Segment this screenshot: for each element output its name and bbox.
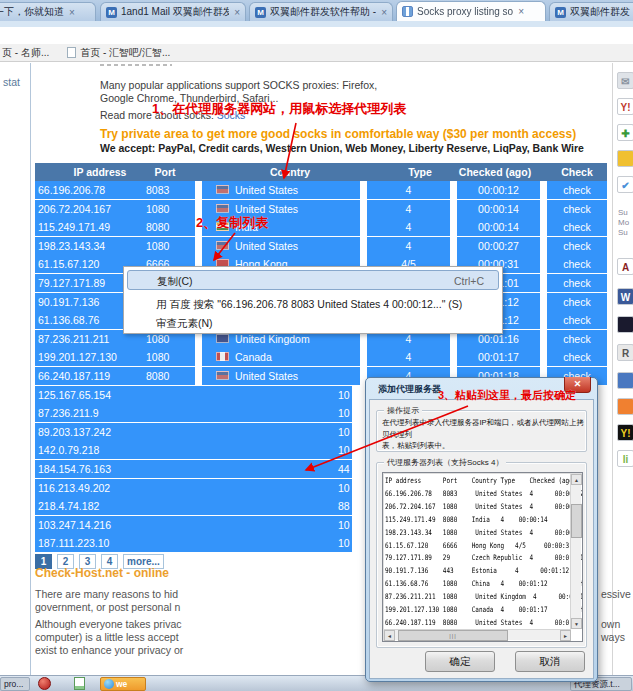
tab-1[interactable]: 一下，你就知道× [0, 2, 96, 21]
tab-close-icon[interactable]: × [518, 6, 524, 17]
menu-item-2[interactable]: 用 百度 搜索 "66.196.206.78 8083 United State… [127, 294, 499, 314]
check-link[interactable]: check [563, 203, 590, 215]
blue-icon[interactable] [617, 372, 633, 389]
tab-close-icon[interactable]: × [234, 7, 240, 18]
taskbar-we-label: we [116, 679, 127, 689]
port-partial: 10 [338, 516, 350, 534]
scroll-down-icon[interactable]: ▼ [571, 618, 582, 629]
tab-5[interactable]: M双翼邮件群发× [549, 2, 633, 21]
scroll-left-icon[interactable]: ◄ [384, 630, 395, 641]
ip-address: 61.136.68.76 [35, 314, 99, 326]
mail-favicon-icon: M [555, 7, 566, 18]
check-icon[interactable]: ✔ [617, 176, 633, 193]
vertical-scroll-thumb[interactable] [571, 504, 582, 538]
vertical-scrollbar[interactable]: ▲ ▼ [570, 474, 581, 629]
country-flag-icon [216, 352, 229, 361]
paragraph-sliver: own [601, 618, 620, 630]
yahoo-icon[interactable]: Y! [617, 98, 633, 115]
country-cell: Canada [202, 348, 360, 366]
right-divider [612, 63, 613, 675]
scroll-right-icon[interactable]: ► [560, 630, 571, 641]
check-link[interactable]: check [563, 240, 590, 252]
port-partial: 10 [338, 423, 350, 441]
table-row[interactable]: 115.249.171.498080India400:00:14check [35, 218, 607, 236]
port: 8080 [146, 367, 169, 385]
port-partial: 10 [338, 441, 350, 459]
dark-icon[interactable] [617, 316, 633, 333]
table-row[interactable]: 66.196.206.788083United States400:00:12c… [35, 181, 607, 199]
taskbar-item-pro[interactable]: pro... [0, 677, 30, 691]
check-link[interactable]: check [563, 351, 590, 363]
type-cell: 4 [367, 237, 450, 255]
check-cell: check [547, 237, 607, 255]
ip-port-cell: 198.23.143.341080 [35, 237, 195, 255]
checked-cell: 00:00:14 [457, 200, 540, 218]
ip-port-cell: 218.4.74.18288 [35, 497, 352, 515]
check-cell: check [547, 218, 607, 236]
check-link[interactable]: check [563, 221, 590, 233]
ip-address: 66.240.187.119 [35, 370, 110, 382]
check-link[interactable]: check [563, 314, 590, 326]
document-icon[interactable] [74, 677, 85, 690]
dialog-client-area: 操作提示 在代理列表中录入代理服务器IP和端口，或者从代理网站上拷贝代理列 表，… [369, 399, 594, 679]
check-link[interactable]: check [563, 184, 590, 196]
ok-button[interactable]: 确定 [425, 651, 495, 672]
horizontal-scrollbar[interactable]: ◄ ||| ► [384, 629, 571, 640]
yahoo-dark-icon[interactable]: Y! [617, 424, 633, 441]
tab-label: 双翼邮件群发软件帮助 - ... [270, 5, 376, 19]
stat-label[interactable]: stat [3, 76, 20, 88]
orange-icon[interactable] [617, 398, 633, 415]
recycle-icon[interactable] [38, 677, 51, 690]
envelope-icon[interactable]: ✉ [617, 72, 633, 89]
check-link[interactable]: check [563, 277, 590, 289]
proxy-list-textarea[interactable]: IP address Port Country Type Checked (ag… [382, 472, 583, 642]
tab-4[interactable]: Socks proxy listing so× [396, 1, 546, 21]
table-row[interactable]: 206.72.204.1671080United States400:00:14… [35, 200, 607, 218]
horizontal-scroll-thumb[interactable]: ||| [398, 630, 508, 641]
checkhost-heading[interactable]: Check-Host.net - online [35, 566, 169, 580]
tab-2[interactable]: M1and1 Mail 双翼邮件群发× [100, 2, 246, 21]
checked-cell: 00:00:14 [457, 218, 540, 236]
scroll-up-icon[interactable]: ▲ [571, 474, 582, 485]
yellow-icon[interactable] [617, 150, 633, 167]
sidebar-day-text: Su Mo Su [618, 208, 629, 238]
droplet-icon [104, 679, 114, 689]
check-link[interactable]: check [563, 333, 590, 345]
check-link[interactable]: check [563, 296, 590, 308]
r-icon[interactable]: R [617, 344, 633, 361]
bookmark-item-1[interactable]: 页 - 名师... [2, 46, 49, 60]
country-name: Canada [235, 348, 272, 366]
li-icon[interactable]: li [617, 450, 633, 467]
w-blue-icon[interactable]: W [617, 288, 633, 305]
ip-address: 66.196.206.78 [35, 184, 105, 196]
tab-close-icon[interactable]: × [69, 7, 75, 18]
checked-cell: 00:01:17 [457, 348, 540, 366]
tab-label: Socks proxy listing so [417, 6, 513, 17]
menu-item-3[interactable]: 审查元素(N) [127, 313, 499, 333]
table-row[interactable]: 198.23.143.341080United States400:00:27c… [35, 237, 607, 255]
check-link[interactable]: check [563, 258, 590, 270]
bookmark-item-2[interactable]: 首页 - 汇智吧/汇智... [51, 46, 170, 60]
ip-port-cell: 115.249.171.498080 [35, 218, 195, 236]
taskbar-item-we[interactable]: we [100, 677, 146, 691]
proxy-list-group-label: 代理服务器列表（支持Socks 4） [384, 457, 506, 468]
cancel-button[interactable]: 取消 [515, 651, 585, 672]
green-share-icon[interactable]: ✚ [617, 124, 633, 141]
proxy-list-groupbox: 代理服务器列表（支持Socks 4） IP address Port Count… [376, 462, 587, 648]
ip-port-cell: 89.203.137.24210 [35, 423, 352, 441]
dialog-title: 添加代理服务器 [378, 383, 441, 396]
proxy-table-header: IP addressPortCountryTypeChecked (ago)Ch… [35, 163, 607, 181]
menu-item-1[interactable]: 复制(C)Ctrl+C [127, 270, 499, 290]
ip-port-cell: 66.240.187.1198080 [35, 367, 195, 385]
ip-port-cell: 125.167.65.15410 [35, 386, 352, 404]
letter-a-icon[interactable]: A [617, 258, 633, 275]
type-cell: 4 [367, 200, 450, 218]
check-cell: check [547, 293, 607, 311]
table-row[interactable]: 199.201.127.1301080Canada400:01:17check [35, 348, 607, 366]
ip-address: 87.236.211.9 [35, 407, 99, 419]
tab-3[interactable]: M双翼邮件群发软件帮助 - ...× [249, 2, 393, 21]
tab-close-icon[interactable]: × [381, 7, 387, 18]
menu-item-label: 复制(C) [157, 275, 193, 287]
port-partial: 44 [338, 460, 350, 478]
check-cell: check [547, 255, 607, 273]
